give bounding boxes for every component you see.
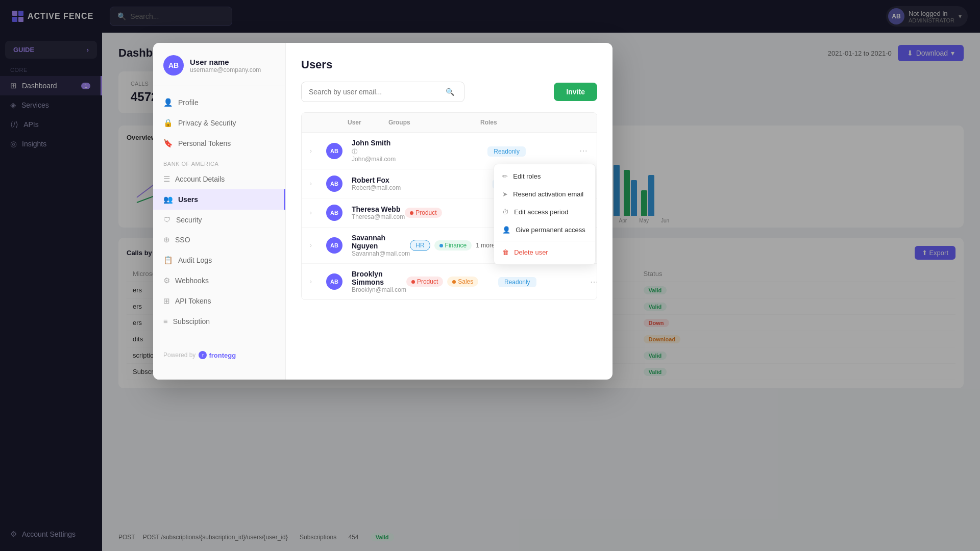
- user-search-wrapper[interactable]: 🔍: [301, 82, 464, 102]
- modal-search-area: 🔍 Invite: [301, 82, 597, 102]
- edit-roles-label: Edit roles: [513, 172, 541, 180]
- avatar-brooklyn: AB: [326, 273, 342, 290]
- modal-nav-users[interactable]: 👥 Users: [153, 189, 285, 210]
- user-name-brooklyn: Brooklyn Simmons: [352, 270, 406, 286]
- modal-nav-label-audit: Audit Logs: [178, 256, 212, 264]
- context-resend-activation[interactable]: ➤ Resend activation email: [494, 185, 595, 203]
- expand-icon-savannah[interactable]: ›: [310, 242, 326, 249]
- user-email-theresa: Theresa@mail.com: [352, 213, 405, 220]
- invite-label: Invite: [566, 88, 585, 96]
- user-name-john: John Smith ⓘ: [352, 139, 396, 156]
- groups-savannah: HR Finance 1 more ▾: [410, 240, 502, 251]
- avatar-theresa: AB: [326, 205, 342, 221]
- role-badge-brooklyn: Readonly: [498, 277, 536, 287]
- user-name-robert: Robert Fox: [352, 176, 401, 184]
- tag-product-brooklyn: Product: [406, 277, 443, 287]
- modal-nav-label-webhooks: Webhooks: [175, 277, 209, 285]
- context-delete-user[interactable]: 🗑 Delete user: [494, 243, 595, 261]
- overlay[interactable]: AB User name username@company.com 👤 Prof…: [0, 0, 980, 551]
- modal-user-info: AB User name username@company.com: [153, 55, 285, 86]
- col-roles-header: Roles: [480, 119, 572, 126]
- security-icon: 🛡: [163, 215, 171, 224]
- info-icon-john: ⓘ: [352, 148, 357, 155]
- users-table: User Groups Roles › AB John Smith ⓘ John…: [301, 112, 597, 300]
- edit-icon: ✏: [502, 172, 508, 180]
- expand-icon-theresa[interactable]: ›: [310, 209, 326, 216]
- role-brooklyn: Readonly: [498, 277, 590, 286]
- powered-by: Powered by f frontegg: [153, 341, 286, 369]
- modal-main-content: Users 🔍 Invite User Groups Roles: [286, 43, 612, 380]
- frontegg-logo: f frontegg: [199, 351, 236, 359]
- context-edit-access[interactable]: ⏱ Edit access period: [494, 203, 595, 221]
- user-email-robert: Robert@mail.com: [352, 184, 401, 191]
- modal-nav-security[interactable]: 🛡 Security: [153, 210, 285, 230]
- user-info-john: AB John Smith ⓘ John@mail.com: [326, 139, 396, 163]
- context-edit-roles[interactable]: ✏ Edit roles: [494, 167, 595, 185]
- avatar-robert: AB: [326, 176, 342, 192]
- tag-dot-orange: [452, 280, 456, 284]
- col-actions-header: [572, 119, 589, 126]
- modal-nav-audit-logs[interactable]: 📋 Audit Logs: [153, 250, 285, 270]
- sso-icon: ⊕: [163, 235, 170, 244]
- modal-nav-personal-tokens[interactable]: 🔖 Personal Tokens: [153, 133, 285, 154]
- edit-access-label: Edit access period: [514, 208, 568, 216]
- modal-nav-label-account: Account Details: [175, 175, 225, 183]
- modal-email: username@company.com: [190, 66, 261, 73]
- user-name-theresa: Theresa Webb: [352, 205, 405, 213]
- modal-nav-label-tokens: Personal Tokens: [178, 139, 231, 147]
- modal-nav-api-tokens[interactable]: ⊞ API Tokens: [153, 291, 285, 311]
- expand-icon-robert[interactable]: ›: [310, 180, 326, 187]
- modal-bank-section: BANK OF AMERICA: [153, 154, 285, 169]
- users-icon: 👥: [163, 195, 173, 204]
- avatar-john: AB: [326, 143, 342, 159]
- modal-nav-label-privacy: Privacy & Security: [178, 119, 236, 127]
- expand-icon-john[interactable]: ›: [310, 147, 326, 155]
- modal-nav-privacy[interactable]: 🔒 Privacy & Security: [153, 113, 285, 133]
- tag-dot-blue: [439, 244, 443, 247]
- modal-nav-account-details[interactable]: ☰ Account Details: [153, 169, 285, 189]
- tag-dot-red-brooklyn: [411, 280, 415, 284]
- groups-brooklyn: Product Sales: [406, 277, 498, 287]
- modal-nav-subscription[interactable]: ≡ Subsciption: [153, 311, 285, 331]
- groups-theresa: Product: [405, 208, 497, 218]
- modal-sidebar: AB User name username@company.com 👤 Prof…: [153, 43, 286, 380]
- webhooks-icon: ⚙: [163, 276, 170, 285]
- tag-dot-red: [410, 211, 413, 215]
- modal-nav-webhooks[interactable]: ⚙ Webhooks: [153, 270, 285, 291]
- expand-icon-brooklyn[interactable]: ›: [310, 278, 326, 285]
- role-john: Readonly: [487, 146, 579, 156]
- person-icon: 👤: [502, 226, 510, 234]
- delete-icon: 🗑: [502, 248, 509, 256]
- user-email-brooklyn: Brooklyn@mail.com: [352, 286, 406, 293]
- api-tokens-icon: ⊞: [163, 296, 170, 306]
- user-row-john: › AB John Smith ⓘ John@mail.com Readonly…: [302, 133, 597, 169]
- tag-product-theresa: Product: [405, 208, 442, 218]
- resend-label: Resend activation email: [513, 190, 583, 198]
- frontegg-icon: f: [199, 351, 207, 359]
- context-permanent-access[interactable]: 👤 Give permanent access: [494, 221, 595, 239]
- modal-title: Users: [301, 58, 597, 71]
- user-name-savannah: Savannah Nguyen: [352, 234, 410, 250]
- frontegg-label: frontegg: [209, 352, 236, 359]
- search-icon: 🔍: [446, 88, 454, 96]
- user-search-input[interactable]: [309, 88, 442, 96]
- menu-icon-john[interactable]: ⋯: [579, 146, 587, 155]
- avatar-savannah: AB: [326, 237, 342, 254]
- modal-nav-sso[interactable]: ⊕ SSO: [153, 230, 285, 250]
- privacy-icon: 🔒: [163, 118, 173, 128]
- modal-nav-label-api-tokens: API Tokens: [175, 297, 211, 305]
- modal-username: User name: [190, 58, 261, 66]
- modal-nav-label-profile: Profile: [178, 98, 199, 107]
- col-groups-header: Groups: [388, 119, 480, 126]
- invite-button[interactable]: Invite: [554, 83, 597, 101]
- tag-finance-savannah: Finance: [434, 240, 472, 251]
- modal-nav-profile[interactable]: 👤 Profile: [153, 92, 285, 113]
- tag-sales-brooklyn: Sales: [447, 277, 478, 287]
- modal: AB User name username@company.com 👤 Prof…: [153, 43, 612, 380]
- context-menu-john: ✏ Edit roles ➤ Resend activation email ⏱…: [494, 164, 596, 265]
- menu-icon-brooklyn[interactable]: ⋯: [590, 277, 597, 287]
- modal-nav-label-sso: SSO: [175, 236, 190, 244]
- subscription-icon: ≡: [163, 317, 168, 325]
- user-email-savannah: Savannah@mail.com: [352, 250, 410, 257]
- role-badge-john: Readonly: [487, 146, 526, 157]
